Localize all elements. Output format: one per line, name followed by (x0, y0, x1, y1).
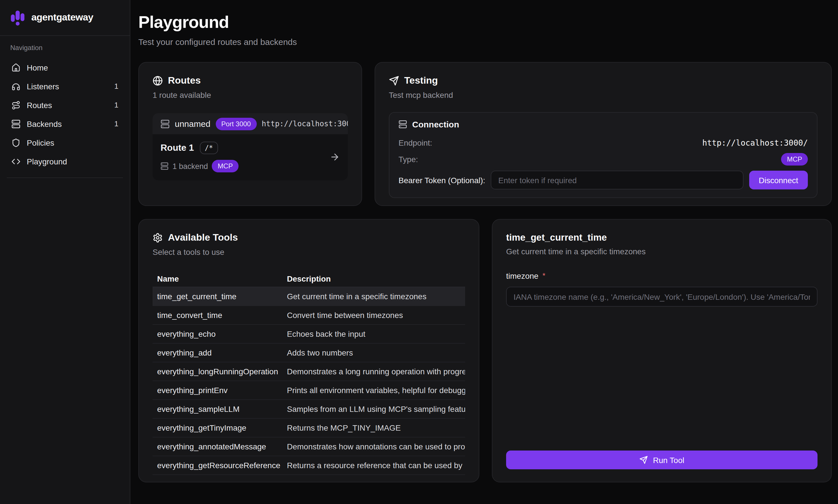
tool-desc-cell: Demonstrates how annotations can be used… (282, 442, 465, 451)
routes-card: Routes 1 route available unnamed Port 30… (138, 62, 362, 206)
tool-row[interactable]: everything_getTinyImage Returns the MCP_… (153, 419, 465, 437)
sidebar-item-label: Backends (27, 119, 62, 128)
sidebar-divider (7, 178, 123, 178)
run-tool-button[interactable]: Run Tool (506, 451, 818, 469)
brand-name: agentgateway (31, 12, 93, 23)
sidebar-item-count: 1 (115, 82, 118, 90)
tool-desc-cell: Convert time between timezones (282, 311, 465, 320)
type-badge: MCP (781, 153, 808, 165)
house-icon (12, 63, 20, 72)
tool-desc-cell: Prints all environment variables, helpfu… (282, 386, 465, 395)
sidebar-item-count: 1 (115, 120, 118, 128)
tool-desc-cell: Returns a resource reference that can be… (282, 461, 465, 470)
sidebar-nav: Navigation Home Listeners 1 Routes (0, 36, 130, 178)
tool-runner-title: time_get_current_time (506, 232, 818, 243)
tool-row[interactable]: everything_echo Echoes back the input (153, 325, 465, 344)
listener-url: http://localhost:3000/ (262, 120, 348, 128)
tool-row[interactable]: everything_add Adds two numbers (153, 344, 465, 362)
listener-name: unnamed (175, 119, 210, 129)
tools-card-title: Available Tools (168, 232, 238, 244)
send-icon (639, 456, 648, 464)
route-name: Route 1 (160, 143, 194, 153)
sidebar-item-routes[interactable]: Routes 1 (7, 95, 123, 114)
listener-group: unnamed Port 3000 http://localhost:3000/… (153, 113, 348, 180)
tool-row[interactable]: everything_annotatedMessage Demonstrates… (153, 437, 465, 456)
route-backend-count: 1 backend (173, 162, 208, 170)
server-icon (399, 120, 407, 129)
server-icon (12, 119, 20, 128)
testing-card: Testing Test mcp backend Connection Endp… (374, 62, 832, 206)
tool-row[interactable]: everything_sampleLLM Samples from an LLM… (153, 400, 465, 419)
tool-desc-cell: Samples from an LLM using MCP's sampling… (282, 404, 465, 414)
endpoint-value: http://localhost:3000/ (702, 138, 808, 147)
routes-card-title: Routes (168, 75, 201, 87)
sidebar-item-count: 1 (115, 101, 118, 109)
tool-desc-cell: Get current time in a specific timezones (282, 292, 465, 301)
server-icon (160, 162, 169, 170)
testing-card-title: Testing (404, 75, 438, 87)
sidebar-item-playground[interactable]: Playground (7, 152, 123, 170)
endpoint-label: Endpoint: (399, 138, 432, 147)
tool-name-cell: everything_printEnv (153, 386, 282, 395)
server-icon (160, 119, 170, 128)
tool-desc-cell: Returns the MCP_TINY_IMAGE (282, 423, 465, 432)
run-tool-label: Run Tool (653, 455, 684, 465)
tool-row[interactable]: time_get_current_time Get current time i… (153, 287, 465, 306)
nav-section-label: Navigation (7, 44, 123, 52)
tool-name-cell: everything_getResourceReference (153, 461, 282, 470)
tool-name-cell: time_convert_time (153, 311, 282, 320)
route-icon (12, 101, 20, 109)
tool-row[interactable]: everything_printEnv Prints all environme… (153, 381, 465, 400)
connection-panel: Connection Endpoint: http://localhost:30… (389, 112, 818, 198)
sidebar-item-home[interactable]: Home (7, 58, 123, 77)
sidebar: agentgateway Navigation Home Listeners 1 (0, 0, 130, 504)
bearer-token-label: Bearer Token (Optional): (399, 176, 485, 185)
tools-card: Available Tools Select a tools to use Na… (138, 219, 479, 482)
timezone-input[interactable] (506, 287, 818, 307)
tool-runner-card: time_get_current_time Get current time i… (492, 219, 832, 482)
tool-name-cell: time_get_current_time (153, 292, 282, 301)
tool-desc-cell: Demonstrates a long running operation wi… (282, 367, 465, 376)
tool-desc-cell: Echoes back the input (282, 329, 465, 339)
connection-title: Connection (412, 120, 459, 129)
tools-table: Name Description time_get_current_time G… (153, 271, 465, 475)
testing-card-subtitle: Test mcp backend (389, 90, 818, 100)
tool-name-cell: everything_longRunningOperation (153, 367, 282, 376)
port-badge: Port 3000 (215, 118, 257, 130)
route-item[interactable]: Route 1 /* 1 backend MCP (153, 134, 348, 180)
sidebar-item-backends[interactable]: Backends 1 (7, 114, 123, 133)
globe-icon (153, 76, 163, 86)
column-header-description: Description (282, 274, 465, 283)
listener-row: unnamed Port 3000 http://localhost:3000/ (153, 113, 348, 134)
tool-name-cell: everything_sampleLLM (153, 404, 282, 414)
tool-desc-cell: Adds two numbers (282, 348, 465, 357)
bearer-token-input[interactable] (491, 170, 744, 190)
arrow-right-icon (330, 152, 340, 162)
sidebar-item-label: Policies (27, 138, 54, 147)
code-icon (12, 157, 20, 166)
tool-row[interactable]: time_convert_time Convert time between t… (153, 306, 465, 325)
route-path-badge: /* (199, 142, 218, 154)
tools-table-header: Name Description (153, 271, 465, 287)
shield-icon (12, 138, 20, 147)
tool-row[interactable]: everything_longRunningOperation Demonstr… (153, 362, 465, 381)
column-header-name: Name (153, 274, 282, 283)
app-root: agentgateway Navigation Home Listeners 1 (0, 0, 838, 504)
sidebar-item-listeners[interactable]: Listeners 1 (7, 77, 123, 95)
brand[interactable]: agentgateway (0, 0, 130, 36)
protocol-badge: MCP (212, 160, 239, 173)
tool-row[interactable]: everything_getResourceReference Returns … (153, 456, 465, 475)
type-label: Type: (399, 155, 418, 164)
timezone-field-label: timezone (506, 271, 539, 281)
required-marker: * (543, 272, 545, 279)
tool-name-cell: everything_echo (153, 329, 282, 339)
tool-runner-subtitle: Get current time in a specific timezones (506, 247, 818, 256)
sidebar-item-label: Listeners (27, 82, 59, 91)
headphones-icon (12, 82, 20, 91)
disconnect-button[interactable]: Disconnect (749, 170, 808, 190)
sidebar-item-label: Playground (27, 157, 67, 166)
send-icon (389, 76, 399, 86)
tool-name-cell: everything_annotatedMessage (153, 442, 282, 451)
sidebar-item-policies[interactable]: Policies (7, 133, 123, 152)
routes-card-subtitle: 1 route available (153, 90, 348, 100)
